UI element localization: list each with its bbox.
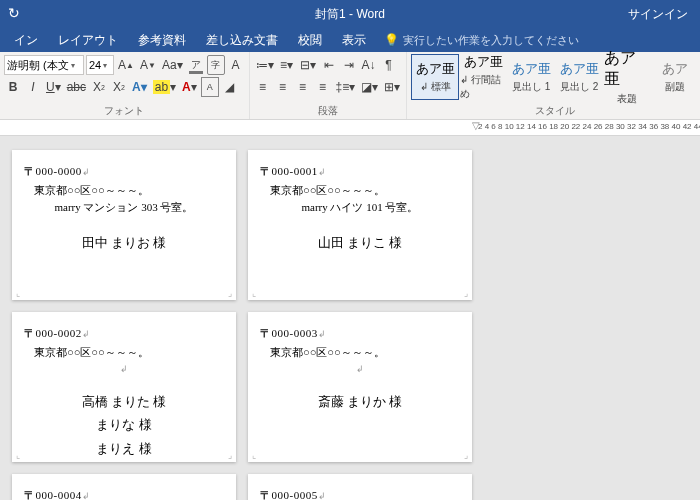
- bold-button[interactable]: B: [4, 77, 22, 97]
- change-case-icon[interactable]: Aa▾: [160, 55, 185, 75]
- recipient-names: 山田 まりこ 様: [260, 231, 460, 254]
- envelope-page[interactable]: 〒000-0004↲東京都○○区○○～～～。↲小西 まりー 様⌞⌟: [12, 474, 236, 500]
- highlight-icon[interactable]: ab▾: [151, 77, 178, 97]
- page-corner-icon: ⌟: [228, 450, 232, 460]
- envelope-page[interactable]: 〒000-0001↲東京都○○区○○～～～。marry ハイツ 101 号室。山…: [248, 150, 472, 300]
- group-label-styles: スタイル: [411, 103, 699, 119]
- line-spacing-icon[interactable]: ‡≡▾: [334, 77, 358, 97]
- address-line-1: 東京都○○区○○～～～。: [34, 345, 224, 360]
- shading-icon[interactable]: ◪▾: [359, 77, 380, 97]
- address-line-1: 東京都○○区○○～～～。: [270, 183, 460, 198]
- recipient-names: 高橋 まりた 様まりな 様まりえ 様: [24, 390, 224, 460]
- increase-indent-icon[interactable]: ⇥: [340, 55, 358, 75]
- tab-references[interactable]: 参考資料: [128, 28, 196, 52]
- address-line-2: ↲: [260, 362, 460, 374]
- style-heading1[interactable]: あア亜見出し 1: [507, 54, 555, 100]
- superscript-button[interactable]: X2: [110, 77, 128, 97]
- group-paragraph: ≔▾ ≡▾ ⊟▾ ⇤ ⇥ A↓ ¶ ≡ ≡ ≡ ≡ ‡≡▾ ◪▾ ⊞▾ 段落: [250, 52, 408, 119]
- envelope-page[interactable]: 〒000-0005↲東京都○○区○○～～～。↲川野 まりお 様まりこ⌞⌟: [248, 474, 472, 500]
- style-nospacing[interactable]: あア亜↲ 行間詰め: [459, 54, 507, 100]
- address-line-1: 東京都○○区○○～～～。: [34, 183, 224, 198]
- postal-code: 〒000-0003↲: [260, 326, 460, 341]
- show-marks-icon[interactable]: ¶: [380, 55, 398, 75]
- decrease-indent-icon[interactable]: ⇤: [320, 55, 338, 75]
- page-corner-icon: ⌟: [464, 288, 468, 298]
- char-shading-icon[interactable]: ◢: [221, 77, 239, 97]
- styles-gallery[interactable]: あア亜↲ 標準 あア亜↲ 行間詰め あア亜見出し 1 あア亜見出し 2 あア亜表…: [411, 54, 699, 100]
- postal-code: 〒000-0002↲: [24, 326, 224, 341]
- envelope-page[interactable]: 〒000-0002↲東京都○○区○○～～～。↲高橋 まりた 様まりな 様まりえ …: [12, 312, 236, 462]
- strike-button[interactable]: abc: [65, 77, 88, 97]
- style-title[interactable]: あア亜表題: [603, 54, 651, 100]
- document-canvas[interactable]: 〒000-0000↲東京都○○区○○～～～。marry マンション 303 号室…: [0, 136, 700, 500]
- postal-code: 〒000-0005↲: [260, 488, 460, 500]
- recipient-names: 斎藤 まりか 様: [260, 390, 460, 413]
- numbering-icon[interactable]: ≡▾: [278, 55, 296, 75]
- title-bar: ↻ 封筒1 - Word サインイン: [0, 0, 700, 28]
- style-heading2[interactable]: あア亜見出し 2: [555, 54, 603, 100]
- recipient-names: 田中 まりお 様: [24, 231, 224, 254]
- address-line-2: marry ハイツ 101 号室。: [260, 200, 460, 215]
- tab-layout[interactable]: レイアウト: [48, 28, 128, 52]
- ribbon: 游明朝 (本文 24 A▲ A▼ Aa▾ ア 字 A B I U▾ abc X2…: [0, 52, 700, 120]
- tab-view[interactable]: 表示: [332, 28, 376, 52]
- clear-format-icon[interactable]: A: [227, 55, 245, 75]
- increase-font-icon[interactable]: A▲: [116, 55, 136, 75]
- sort-icon[interactable]: A↓: [360, 55, 378, 75]
- tab-design[interactable]: イン: [4, 28, 48, 52]
- font-size-select[interactable]: 24: [86, 55, 114, 75]
- quickaccess-refresh-icon[interactable]: ↻: [8, 5, 20, 21]
- underline-button[interactable]: U▾: [44, 77, 63, 97]
- address-line-2: marry マンション 303 号室。: [24, 200, 224, 215]
- ribbon-tabs: イン レイアウト 参考資料 差し込み文書 校閲 表示 💡実行したい作業を入力して…: [0, 28, 700, 52]
- address-line-2: ↲: [24, 362, 224, 374]
- page-corner-icon: ⌞: [252, 450, 256, 460]
- page-corner-icon: ⌞: [252, 288, 256, 298]
- enclose-char-icon[interactable]: 字: [207, 55, 225, 75]
- tab-mailings[interactable]: 差し込み文書: [196, 28, 288, 52]
- font-color-icon[interactable]: A▾: [180, 77, 199, 97]
- postal-code: 〒000-0000↲: [24, 164, 224, 179]
- postal-code: 〒000-0004↲: [24, 488, 224, 500]
- page-corner-icon: ⌞: [16, 450, 20, 460]
- multilevel-icon[interactable]: ⊟▾: [298, 55, 318, 75]
- page-corner-icon: ⌟: [228, 288, 232, 298]
- align-left-icon[interactable]: ≡: [254, 77, 272, 97]
- tell-me[interactable]: 💡実行したい作業を入力してください: [384, 33, 579, 48]
- postal-code: 〒000-0001↲: [260, 164, 460, 179]
- window-title: 封筒1 - Word: [315, 6, 385, 23]
- bullets-icon[interactable]: ≔▾: [254, 55, 276, 75]
- style-normal[interactable]: あア亜↲ 標準: [411, 54, 459, 100]
- char-border-icon[interactable]: A: [201, 77, 219, 97]
- ruler[interactable]: ▽ 2 4 6 8 10 12 14 16 18 20 22 24 26 28 …: [0, 120, 700, 136]
- group-font: 游明朝 (本文 24 A▲ A▼ Aa▾ ア 字 A B I U▾ abc X2…: [0, 52, 250, 119]
- envelope-page[interactable]: 〒000-0003↲東京都○○区○○～～～。↲斎藤 まりか 様⌞⌟: [248, 312, 472, 462]
- phonetic-guide-icon[interactable]: ア: [187, 55, 205, 75]
- decrease-font-icon[interactable]: A▼: [138, 55, 158, 75]
- align-right-icon[interactable]: ≡: [294, 77, 312, 97]
- page-corner-icon: ⌟: [464, 450, 468, 460]
- align-justify-icon[interactable]: ≡: [314, 77, 332, 97]
- text-effects-icon[interactable]: A▾: [130, 77, 149, 97]
- style-subtitle[interactable]: あア副題: [651, 54, 699, 100]
- envelope-page[interactable]: 〒000-0000↲東京都○○区○○～～～。marry マンション 303 号室…: [12, 150, 236, 300]
- ruler-numbers: 2 4 6 8 10 12 14 16 18 20 22 24 26 28 30…: [478, 122, 700, 131]
- font-name-select[interactable]: 游明朝 (本文: [4, 55, 84, 75]
- address-line-1: 東京都○○区○○～～～。: [270, 345, 460, 360]
- group-label-paragraph: 段落: [254, 103, 403, 119]
- signin-link[interactable]: サインイン: [628, 6, 688, 23]
- italic-button[interactable]: I: [24, 77, 42, 97]
- group-styles: あア亜↲ 標準 あア亜↲ 行間詰め あア亜見出し 1 あア亜見出し 2 あア亜表…: [407, 52, 700, 119]
- align-center-icon[interactable]: ≡: [274, 77, 292, 97]
- borders-icon[interactable]: ⊞▾: [382, 77, 402, 97]
- tab-review[interactable]: 校閲: [288, 28, 332, 52]
- subscript-button[interactable]: X2: [90, 77, 108, 97]
- page-corner-icon: ⌞: [16, 288, 20, 298]
- group-label-font: フォント: [4, 103, 245, 119]
- bulb-icon: 💡: [384, 33, 399, 47]
